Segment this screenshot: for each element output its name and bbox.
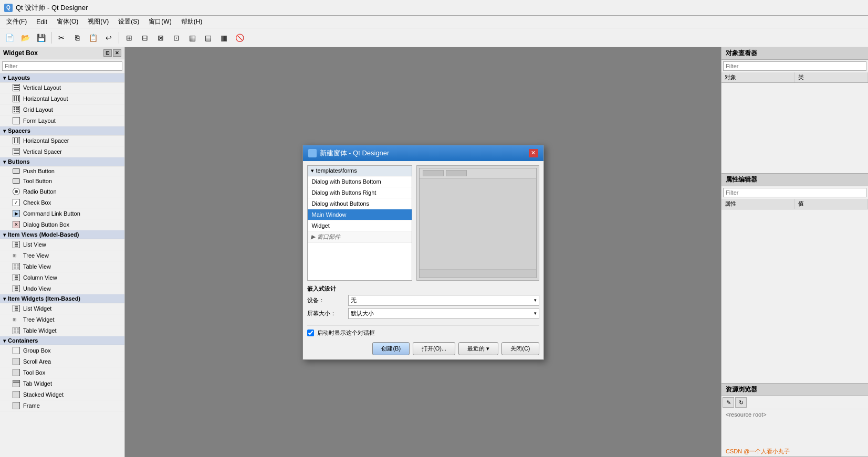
toolbar-layout4[interactable]: ⊡ [169, 31, 184, 45]
widget-frame[interactable]: Frame [0, 400, 124, 411]
screen-row: 屏幕大小： 默认大小 ▾ [307, 308, 539, 319]
widget-table-view[interactable]: Table View [0, 261, 124, 272]
category-spacers[interactable]: Spacers [0, 126, 124, 135]
category-containers[interactable]: Containers [0, 336, 124, 345]
menu-form[interactable]: 窗体(O) [53, 16, 82, 27]
preview-inner [419, 168, 537, 278]
screen-select[interactable]: 默认大小 ▾ [348, 308, 539, 319]
template-item-3[interactable]: Main Window [308, 209, 412, 220]
window-title: Qt 设计师 - Qt Designer [16, 3, 88, 13]
template-item-0[interactable]: Dialog with Buttons Bottom [308, 176, 412, 187]
right-panel: 对象查看器 对象 类 属性编辑器 属性 值 资源浏览器 [721, 47, 868, 457]
widget-tool-box[interactable]: Tool Box [0, 367, 124, 378]
dialog-close-button[interactable]: ✕ [529, 149, 538, 157]
widget-list-widget[interactable]: List Widget [0, 303, 124, 314]
widget-undo-view[interactable]: Undo View [0, 283, 124, 294]
open-button[interactable]: 打开(O)... [413, 342, 455, 355]
widget-tree-widget[interactable]: ⊞ Tree Widget [0, 314, 124, 325]
widget-radio-button[interactable]: Radio Button [0, 186, 124, 197]
template-item-2[interactable]: Dialog without Buttons [308, 198, 412, 209]
screen-select-arrow: ▾ [534, 311, 537, 316]
widget-grid-layout[interactable]: Grid Layout [0, 104, 124, 115]
widget-push-button[interactable]: Push Button [0, 166, 124, 176]
resource-refresh-btn[interactable]: ↻ [735, 397, 747, 408]
menu-file[interactable]: 文件(F) [2, 16, 31, 27]
class-col-header: 类 [795, 72, 869, 82]
device-row: 设备： 无 ▾ [307, 295, 539, 306]
create-button[interactable]: 创建(B) [372, 342, 410, 355]
toolbar-no-layout[interactable]: 🚫 [232, 31, 247, 45]
tab-widget-icon [13, 380, 20, 387]
widget-tool-button[interactable]: Tool Button [0, 176, 124, 186]
template-item-4[interactable]: Widget [308, 220, 412, 231]
menu-window[interactable]: 窗口(W) [144, 16, 175, 27]
toolbar-new[interactable]: 📄 [2, 31, 17, 45]
widget-stacked-widget[interactable]: Stacked Widget [0, 389, 124, 400]
menu-view[interactable]: 视图(V) [83, 16, 113, 27]
widget-dialog-button-box[interactable]: ✕ Dialog Button Box [0, 219, 124, 230]
scroll-area-icon [13, 358, 20, 365]
show-dialog-checkbox[interactable] [307, 330, 314, 336]
widget-list: Layouts Vertical Layout Horizontal Layou… [0, 73, 124, 457]
toolbar-cut[interactable]: ✂ [54, 31, 69, 45]
close-button[interactable]: 关闭(C) [501, 342, 539, 355]
dialog-title: 新建窗体 - Qt Designer [320, 148, 390, 158]
menu-help[interactable]: 帮助(H) [177, 16, 207, 27]
template-section-window-parts[interactable]: ▶ 窗口部件 [308, 231, 412, 243]
property-editor-header: 属性编辑器 [721, 174, 868, 186]
widget-table-widget[interactable]: Table Widget [0, 325, 124, 336]
template-item-1[interactable]: Dialog with Buttons Right [308, 187, 412, 198]
toolbar-layout3[interactable]: ⊠ [153, 31, 168, 45]
widget-command-link[interactable]: ▶ Command Link Button [0, 208, 124, 219]
preview-statusbar [420, 269, 536, 278]
toolbar-undo[interactable]: ↩ [101, 31, 116, 45]
toolbar-layout5[interactable]: ▦ [185, 31, 200, 45]
recent-button[interactable]: 最近的 ▾ [458, 342, 498, 355]
widget-horizontal-layout[interactable]: Horizontal Layout [0, 93, 124, 104]
widget-box-float-btn[interactable]: ⊡ [103, 49, 112, 57]
templates-header-text: templates\forms [316, 167, 357, 174]
toolbar-layout1[interactable]: ⊞ [122, 31, 137, 45]
toolbar-copy[interactable]: ⎘ [70, 31, 85, 45]
object-inspector-filter-input[interactable] [723, 61, 866, 71]
toolbar-save[interactable]: 💾 [34, 31, 48, 45]
table-widget-icon [13, 327, 20, 334]
widget-vertical-layout[interactable]: Vertical Layout [0, 82, 124, 93]
resource-edit-btn[interactable]: ✎ [723, 397, 734, 408]
toolbar-open[interactable]: 📂 [18, 31, 33, 45]
widget-filter-input[interactable] [2, 61, 122, 71]
category-buttons[interactable]: Buttons [0, 157, 124, 166]
widget-tree-view[interactable]: ⊞ Tree View [0, 250, 124, 261]
widget-box-header-buttons: ⊡ ✕ [103, 49, 121, 57]
list-widget-icon [13, 305, 20, 312]
toolbar-layout7[interactable]: ▥ [216, 31, 231, 45]
dialog-top: ▾ templates\forms Dialog with Buttons Bo… [307, 165, 539, 281]
widget-check-box[interactable]: ✓ Check Box [0, 197, 124, 208]
embedded-design: 嵌入式设计 设备： 无 ▾ 屏幕大小： 默认大小 [307, 281, 539, 323]
category-layouts[interactable]: Layouts [0, 73, 124, 82]
property-editor-filter-input[interactable] [723, 188, 866, 197]
widget-box-close-btn[interactable]: ✕ [113, 49, 121, 57]
widget-tab-widget[interactable]: Tab Widget [0, 378, 124, 389]
toolbar-layout6[interactable]: ▤ [201, 31, 215, 45]
toolbar-paste[interactable]: 📋 [86, 31, 100, 45]
widget-group-box[interactable]: Group Box [0, 345, 124, 356]
dialog-button-box-icon: ✕ [13, 221, 20, 228]
property-col-header: 属性 [721, 199, 795, 209]
device-select[interactable]: 无 ▾ [348, 295, 539, 306]
object-inspector-filter [721, 60, 868, 72]
widget-list-view[interactable]: List View [0, 239, 124, 250]
menu-settings[interactable]: 设置(S) [114, 16, 143, 27]
widget-v-spacer[interactable]: Vertical Spacer [0, 146, 124, 157]
title-bar: Q Qt 设计师 - Qt Designer [0, 0, 868, 16]
toolbar-layout2[interactable]: ⊟ [138, 31, 152, 45]
widget-form-layout[interactable]: Form Layout [0, 115, 124, 126]
widget-h-spacer[interactable]: Horizontal Spacer [0, 135, 124, 146]
widget-scroll-area[interactable]: Scroll Area [0, 356, 124, 367]
category-item-widgets[interactable]: Item Widgets (Item-Based) [0, 294, 124, 303]
tool-button-icon [13, 178, 20, 184]
widget-column-view[interactable]: Column View [0, 272, 124, 283]
category-item-views[interactable]: Item Views (Model-Based) [0, 230, 124, 239]
menu-edit[interactable]: Edit [32, 17, 51, 27]
stacked-widget-icon [13, 391, 20, 398]
